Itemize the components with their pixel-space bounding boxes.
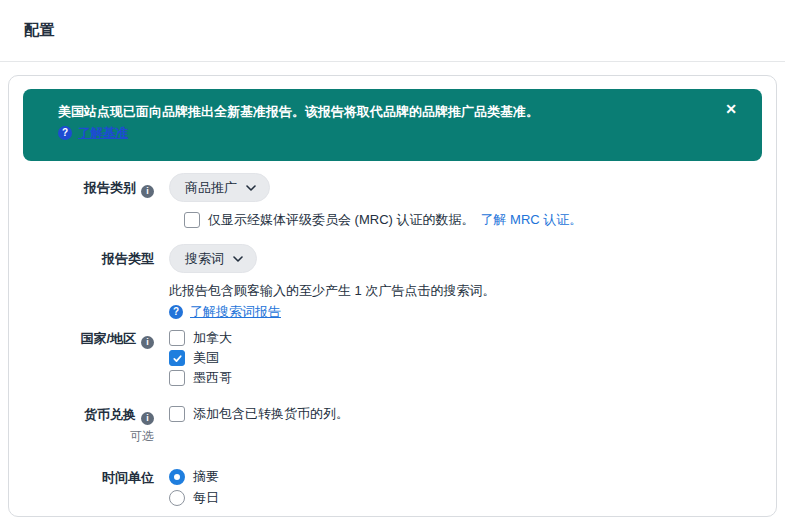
announcement-banner: 美国站点现已面向品牌推出全新基准报告。该报告将取代品牌的品牌推广品类基准。 ? … <box>23 89 762 161</box>
time-unit-label: 时间单位 <box>9 468 169 510</box>
help-icon: ? <box>169 305 183 319</box>
daily-label: 每日 <box>193 489 219 507</box>
report-type-description: 此报告包含顾客输入的至少产生 1 次广告点击的搜索词。 <box>169 282 495 300</box>
mrc-checkbox-label: 仅显示经媒体评级委员会 (MRC) 认证的数据。 <box>208 211 475 229</box>
close-icon[interactable]: ✕ <box>725 102 737 116</box>
currency-optional-note: 可选 <box>9 428 154 445</box>
info-icon[interactable]: i <box>141 185 154 198</box>
report-type-label: 报告类型 <box>9 244 169 321</box>
region-option-mexico: 墨西哥 <box>169 369 232 387</box>
currency-checkbox-label: 添加包含已转换货币的列。 <box>193 405 349 423</box>
row-report-type: 报告类型 搜索词 此报告包含顾客输入的至少产生 1 次广告点击的搜索词。 ? 了… <box>9 244 776 321</box>
currency-option: 添加包含已转换货币的列。 <box>169 405 349 423</box>
learn-benchmark-link[interactable]: 了解基准 <box>78 125 128 142</box>
summary-label: 摘要 <box>193 468 219 486</box>
us-checkbox[interactable] <box>169 350 185 366</box>
mexico-checkbox[interactable] <box>169 370 185 386</box>
mexico-label: 墨西哥 <box>193 369 232 387</box>
region-label: 国家/地区i <box>9 329 169 389</box>
page-title: 配置 <box>24 21 55 40</box>
currency-checkbox[interactable] <box>169 406 185 422</box>
time-unit-daily: 每日 <box>169 489 219 507</box>
canada-label: 加拿大 <box>193 329 232 347</box>
region-option-us: 美国 <box>169 349 232 367</box>
chevron-down-icon <box>246 185 256 191</box>
report-config-form: 报告类别i 商品推广 仅显示经媒体评级委员会 (MRC) 认证的数据。 了解 M… <box>9 173 776 529</box>
row-currency: 货币兑换i 可选 添加包含已转换货币的列。 <box>9 405 776 445</box>
mrc-checkbox[interactable] <box>184 212 200 228</box>
banner-message: 美国站点现已面向品牌推出全新基准报告。该报告将取代品牌的品牌推广品类基准。 <box>58 103 714 122</box>
report-type-dropdown[interactable]: 搜索词 <box>169 244 257 273</box>
us-label: 美国 <box>193 349 219 367</box>
info-icon[interactable]: i <box>141 336 154 349</box>
region-option-canada: 加拿大 <box>169 329 232 347</box>
page-header: 配置 <box>0 0 785 62</box>
row-region: 国家/地区i 加拿大 美国 墨西哥 <box>9 329 776 389</box>
check-icon <box>172 353 183 364</box>
currency-label: 货币兑换i 可选 <box>9 405 169 445</box>
time-unit-summary: 摘要 <box>169 468 219 486</box>
banner-link-row: ? 了解基准 <box>58 125 714 142</box>
daily-radio[interactable] <box>169 490 185 506</box>
row-mrc-filter: 仅显示经媒体评级委员会 (MRC) 认证的数据。 了解 MRC 认证。 <box>184 211 776 229</box>
row-time-unit: 时间单位 摘要 每日 <box>9 468 776 510</box>
configuration-card: 美国站点现已面向品牌推出全新基准报告。该报告将取代品牌的品牌推广品类基准。 ? … <box>8 75 777 517</box>
summary-radio[interactable] <box>169 469 185 485</box>
canada-checkbox[interactable] <box>169 330 185 346</box>
report-category-label: 报告类别i <box>9 173 169 202</box>
info-icon[interactable]: i <box>141 412 154 425</box>
report-type-help-row: ? 了解搜索词报告 <box>169 303 495 321</box>
help-icon: ? <box>58 126 72 140</box>
report-category-dropdown[interactable]: 商品推广 <box>169 173 270 202</box>
row-report-category: 报告类别i 商品推广 <box>9 173 776 202</box>
learn-search-term-report-link[interactable]: 了解搜索词报告 <box>190 303 281 321</box>
chevron-down-icon <box>233 256 243 262</box>
learn-mrc-link[interactable]: 了解 MRC 认证。 <box>481 211 583 229</box>
